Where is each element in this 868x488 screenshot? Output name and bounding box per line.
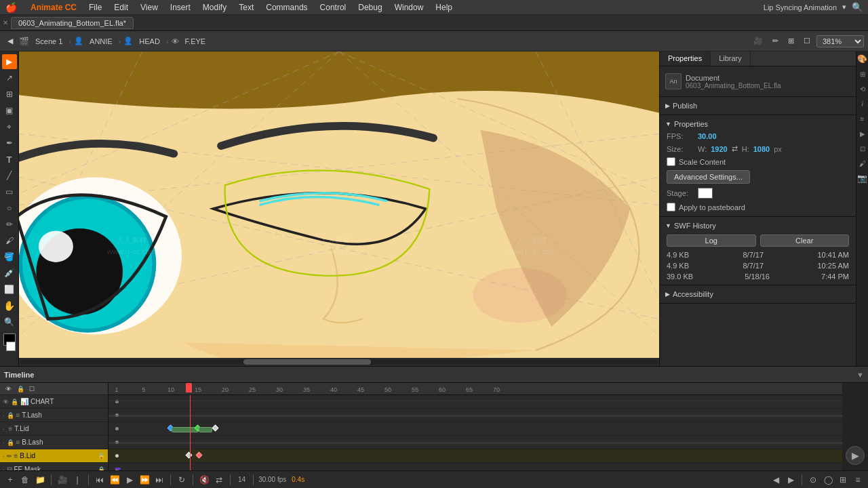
menu-text[interactable]: Text (233, 1, 259, 14)
log-btn[interactable]: Log (667, 235, 756, 247)
pencil-tool[interactable]: ✏ (2, 217, 17, 232)
femask-lock-icon[interactable]: 🔒 (98, 466, 105, 471)
menu-insert[interactable]: Insert (165, 1, 196, 14)
free-transform-tool[interactable]: ⊞ (2, 87, 17, 102)
frame-row-tlid[interactable] (108, 422, 842, 436)
timeline-collapse-icon[interactable]: ▼ (856, 371, 864, 379)
play-btn[interactable]: ▶ (123, 474, 136, 486)
menu-view[interactable]: View (135, 1, 163, 14)
layer-blash[interactable]: · 🔒 ≡ B.Lash (0, 436, 108, 449)
apple-menu[interactable]: 🍎 (5, 2, 17, 13)
chart-vis-icon[interactable]: 👁 (3, 399, 9, 405)
gradient-tool[interactable]: ▣ (2, 103, 17, 118)
transform2-icon[interactable]: ⟲ (858, 84, 867, 94)
blash-lock-icon[interactable]: 🔒 (7, 439, 14, 446)
fps-value[interactable]: 30.00 (698, 132, 717, 140)
apply-pasteboard-checkbox[interactable] (667, 203, 675, 211)
subselection-tool[interactable]: ↗ (2, 70, 17, 85)
blash-vis-icon[interactable]: · (3, 439, 5, 446)
hand-tool[interactable]: ✋ (2, 298, 17, 313)
zoom-tool[interactable]: 🔍 (2, 314, 17, 329)
layer-femask[interactable]: · ⊟ FE Mask 🔒 (0, 463, 108, 470)
tlash-vis-icon[interactable]: · (3, 412, 5, 419)
sync-btn[interactable]: ⇄ (213, 474, 225, 486)
tab-library[interactable]: Library (711, 52, 751, 66)
step-forward-btn[interactable]: ⏩ (138, 474, 151, 486)
info-icon[interactable]: i (858, 99, 867, 108)
blid-lock-icon[interactable]: 🔒 (98, 453, 105, 460)
menu-window[interactable]: Window (389, 1, 429, 14)
active-tab[interactable]: 0603_Animating_Bottom_EL.fla* (11, 17, 134, 29)
paint-bucket-tool[interactable]: 🪣 (2, 249, 17, 264)
head-label[interactable]: HEAD (136, 36, 163, 47)
add-layer-btn[interactable]: + (4, 474, 16, 486)
swf-history-header[interactable]: ▼ SWF History (660, 220, 856, 232)
menu-help[interactable]: Help (430, 1, 458, 14)
frame-row-femask[interactable] (108, 463, 842, 470)
scene-label[interactable]: Scene 1 (32, 36, 66, 47)
delete-layer-btn[interactable]: 🗑 (19, 474, 31, 486)
text-tool[interactable]: T (2, 152, 17, 167)
frame-prev-btn[interactable]: ◀ (770, 474, 782, 486)
step-back-btn[interactable]: ⏪ (108, 474, 121, 486)
layer-chart[interactable]: 👁 🔒 📊 CHART (0, 395, 108, 409)
current-frame[interactable]: 14 (235, 476, 248, 483)
props-header[interactable]: ▼ Properties (660, 118, 856, 130)
line-tool[interactable]: ╱ (2, 168, 17, 183)
loop-btn[interactable]: ↻ (176, 474, 188, 486)
frames-area[interactable]: 1 5 10 15 20 25 30 35 40 45 50 55 60 65 … (108, 383, 842, 470)
frame-row-blid[interactable] (108, 449, 842, 463)
clear-btn[interactable]: Clear (760, 235, 850, 247)
onion-skin-outline-btn[interactable]: ◯ (822, 474, 834, 486)
menu-debug[interactable]: Debug (353, 1, 387, 14)
rect-tool[interactable]: ▭ (2, 184, 17, 199)
play-button-large[interactable]: ▶ (846, 446, 865, 465)
mute-btn[interactable]: 🔇 (198, 474, 210, 486)
camera-controls-icon[interactable]: 🎥 (56, 474, 68, 486)
motion-icon[interactable]: ▶ (858, 129, 867, 138)
align-icon[interactable]: ⊞ (858, 69, 867, 79)
tab-properties[interactable]: Properties (660, 52, 711, 66)
camera-icon[interactable]: 🎥 (750, 35, 766, 47)
tlash-lock-icon[interactable]: 🔒 (7, 412, 14, 419)
layer-blid[interactable]: · ✏ ≡ B.Lid 🔒 (0, 449, 108, 463)
layer-tlid[interactable]: · ≡ T.Lid (0, 422, 108, 436)
go-to-end-btn[interactable]: ⏭ (153, 474, 165, 486)
selection-tool[interactable]: ▶ (2, 54, 17, 69)
lasso-tool[interactable]: ⌖ (2, 119, 17, 134)
brush-tool[interactable]: 🖌 (2, 233, 17, 248)
advanced-settings-btn[interactable]: Advanced Settings... (667, 170, 750, 184)
width-value[interactable]: 1920 (711, 145, 727, 153)
oval-tool[interactable]: ○ (2, 201, 17, 216)
zoom-select[interactable]: 381% (816, 35, 864, 47)
menu-commands[interactable]: Commands (260, 1, 313, 14)
accessibility-header[interactable]: ▶ Accessibility (660, 288, 856, 300)
eraser-tool[interactable]: ⬜ (2, 282, 17, 297)
height-value[interactable]: 1080 (753, 145, 770, 153)
go-to-start-btn[interactable]: ⏮ (94, 474, 106, 486)
menu-edit[interactable]: Edit (108, 1, 134, 14)
modify-onion-btn[interactable]: ≡ (852, 474, 864, 486)
brush2-icon[interactable]: 🖌 (858, 159, 867, 168)
back-btn[interactable]: ◀ (4, 35, 16, 47)
menu-animate-cc[interactable]: Animate CC (25, 1, 82, 14)
ruler-icon[interactable]: | (71, 474, 83, 486)
onion-skin-btn[interactable]: ⊙ (807, 474, 819, 486)
workspace-dropdown-icon[interactable]: ▾ (842, 3, 846, 12)
tab-close-btn[interactable]: ✕ (3, 19, 8, 26)
frame-row-blash[interactable] (108, 436, 842, 449)
publish-header[interactable]: ▶ Publish (660, 100, 856, 112)
layer-folder-btn[interactable]: 📁 (34, 474, 46, 486)
chart-lock-icon[interactable]: 🔒 (11, 399, 18, 405)
frame-row-tlash[interactable] (108, 409, 842, 422)
edit-multiple-frames-btn[interactable]: ⊞ (837, 474, 849, 486)
annie-label[interactable]: ANNIE (86, 36, 116, 47)
feye-label[interactable]: F.EYE (182, 36, 210, 47)
resize-icon[interactable]: ⇄ (732, 144, 738, 153)
edit-icon[interactable]: ✏ (769, 35, 782, 47)
blid-vis-icon[interactable]: · (3, 453, 5, 460)
frame-row-chart[interactable] (108, 395, 842, 409)
components-icon[interactable]: ⊡ (858, 144, 867, 153)
menu-modify[interactable]: Modify (197, 1, 232, 14)
frame-next-btn[interactable]: ▶ (785, 474, 797, 486)
